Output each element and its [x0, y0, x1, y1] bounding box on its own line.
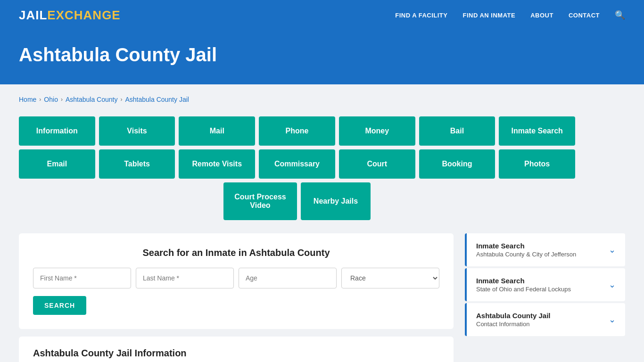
race-select[interactable]: RaceWhiteBlackHispanicAsianOther [341, 268, 439, 288]
info-title: Ashtabula County Jail Information [33, 348, 439, 359]
sidebar: Inmate Search Ashtabula County & City of… [465, 233, 625, 337]
first-name-input[interactable] [33, 268, 131, 288]
sidebar-card-1[interactable]: Inmate Search State of Ohio and Federal … [465, 268, 625, 301]
nav: FIND A FACILITYFIND AN INMATEABOUTCONTAC… [395, 10, 625, 20]
sidebar-card-text-0: Inmate Search Ashtabula County & City of… [476, 242, 576, 258]
logo[interactable]: JAILEXCHANGE [19, 8, 121, 23]
sidebar-card-text-1: Inmate Search State of Ohio and Federal … [476, 277, 571, 293]
last-name-input[interactable] [136, 268, 234, 288]
nav-item-find-inmate[interactable]: FIND AN INMATE [462, 12, 515, 19]
logo-jail: JAIL [19, 8, 47, 22]
nav-item-find-facility[interactable]: FIND A FACILITY [395, 12, 447, 19]
breadcrumb-item: Ashtabula County Jail [125, 96, 189, 103]
breadcrumb-item[interactable]: Ohio [44, 96, 58, 103]
sidebar-card-title-1: Inmate Search [476, 277, 571, 285]
sidebar-card-2[interactable]: Ashtabula County Jail Contact Informatio… [465, 303, 625, 336]
grid-btn-remote-visits[interactable]: Remote Visits [179, 149, 255, 179]
grid-btn-phone[interactable]: Phone [259, 116, 335, 146]
button-row-1: EmailTabletsRemote VisitsCommissaryCourt… [19, 149, 575, 179]
button-row-2: Court Process VideoNearby Jails [19, 182, 575, 220]
grid-btn-booking[interactable]: Booking [419, 149, 495, 179]
search-title: Search for an Inmate in Ashtabula County [33, 247, 439, 258]
sidebar-card-text-2: Ashtabula County Jail Contact Informatio… [476, 312, 551, 328]
search-box: Search for an Inmate in Ashtabula County… [19, 233, 454, 329]
page-title: Ashtabula County Jail [19, 44, 625, 66]
main-content: Home›Ohio›Ashtabula County›Ashtabula Cou… [0, 84, 644, 362]
chevron-down-icon: ⌄ [609, 245, 616, 255]
grid-btn-information[interactable]: Information [19, 116, 95, 146]
sidebar-card-0[interactable]: Inmate Search Ashtabula County & City of… [465, 233, 625, 266]
breadcrumb-separator: › [61, 96, 63, 103]
button-row-0: InformationVisitsMailPhoneMoneyBailInmat… [19, 116, 575, 146]
grid-btn-inmate-search[interactable]: Inmate Search [499, 116, 575, 146]
content-layout: Search for an Inmate in Ashtabula County… [19, 233, 625, 362]
grid-btn-bail[interactable]: Bail [419, 116, 495, 146]
header: JAILEXCHANGE FIND A FACILITYFIND AN INMA… [0, 0, 644, 30]
nav-item-about[interactable]: ABOUT [530, 12, 553, 19]
search-button[interactable]: SEARCH [33, 296, 86, 315]
breadcrumb-item[interactable]: Home [19, 96, 36, 103]
logo-area[interactable]: JAILEXCHANGE [19, 8, 121, 23]
grid-btn-nearby-jails[interactable]: Nearby Jails [301, 182, 371, 220]
age-input[interactable] [239, 268, 337, 288]
grid-btn-court-process-video[interactable]: Court Process Video [223, 182, 297, 220]
breadcrumb-separator: › [120, 96, 122, 103]
button-grid: InformationVisitsMailPhoneMoneyBailInmat… [19, 116, 575, 220]
grid-btn-court[interactable]: Court [339, 149, 415, 179]
sidebar-card-sub-2: Contact Information [476, 321, 551, 328]
grid-btn-visits[interactable]: Visits [99, 116, 175, 146]
grid-btn-email[interactable]: Email [19, 149, 95, 179]
grid-btn-tablets[interactable]: Tablets [99, 149, 175, 179]
nav-item-contact[interactable]: CONTACT [569, 12, 600, 19]
sidebar-card-title-2: Ashtabula County Jail [476, 312, 551, 320]
info-section: Ashtabula County Jail Information [19, 337, 454, 362]
breadcrumb: Home›Ohio›Ashtabula County›Ashtabula Cou… [19, 96, 625, 103]
search-fields: RaceWhiteBlackHispanicAsianOther [33, 268, 439, 288]
search-icon[interactable]: 🔍 [615, 10, 625, 20]
breadcrumb-item[interactable]: Ashtabula County [66, 96, 118, 103]
chevron-down-icon: ⌄ [609, 280, 616, 290]
logo-exchange: EXCHANGE [47, 8, 120, 22]
grid-btn-commissary[interactable]: Commissary [259, 149, 335, 179]
grid-btn-mail[interactable]: Mail [179, 116, 255, 146]
grid-btn-money[interactable]: Money [339, 116, 415, 146]
hero-section: Ashtabula County Jail [0, 30, 644, 84]
sidebar-card-sub-0: Ashtabula County & City of Jefferson [476, 251, 576, 258]
sidebar-card-sub-1: State of Ohio and Federal Lockups [476, 286, 571, 293]
grid-btn-photos[interactable]: Photos [499, 149, 575, 179]
breadcrumb-separator: › [39, 96, 41, 103]
sidebar-card-title-0: Inmate Search [476, 242, 576, 250]
chevron-down-icon: ⌄ [609, 314, 616, 325]
